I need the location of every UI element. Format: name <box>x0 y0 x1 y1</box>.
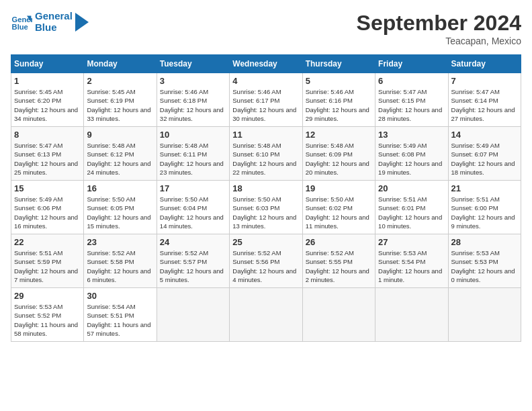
location: Teacapan, Mexico <box>357 36 521 46</box>
day-number: 4 <box>232 76 299 86</box>
logo: General Blue General Blue <box>11 11 89 33</box>
calendar-cell: 7Sunrise: 5:47 AMSunset: 6:14 PMDaylight… <box>448 73 521 127</box>
calendar-cell: 16Sunrise: 5:50 AMSunset: 6:05 PMDayligh… <box>84 181 157 234</box>
calendar-week-3: 15Sunrise: 5:49 AMSunset: 6:06 PMDayligh… <box>11 181 521 234</box>
day-number: 6 <box>378 76 445 86</box>
col-header-saturday: Saturday <box>448 55 521 73</box>
col-header-sunday: Sunday <box>11 55 84 73</box>
day-number: 3 <box>160 76 226 86</box>
col-header-monday: Monday <box>84 55 157 73</box>
day-number: 15 <box>14 183 81 193</box>
calendar-cell: 27Sunrise: 5:53 AMSunset: 5:54 PMDayligh… <box>375 234 448 288</box>
day-number: 14 <box>451 130 518 140</box>
calendar-cell: 19Sunrise: 5:50 AMSunset: 6:02 PMDayligh… <box>302 181 375 234</box>
col-header-wednesday: Wednesday <box>230 55 302 73</box>
day-number: 25 <box>232 237 299 247</box>
calendar-body: 1Sunrise: 5:45 AMSunset: 6:20 PMDaylight… <box>11 73 521 342</box>
day-info: Sunrise: 5:52 AMSunset: 5:58 PMDaylight:… <box>87 248 153 284</box>
calendar-cell: 4Sunrise: 5:46 AMSunset: 6:17 PMDaylight… <box>230 73 302 127</box>
day-info: Sunrise: 5:50 AMSunset: 6:03 PMDaylight:… <box>232 195 299 230</box>
day-number: 20 <box>378 183 445 193</box>
calendar-cell: 3Sunrise: 5:46 AMSunset: 6:18 PMDaylight… <box>157 73 229 127</box>
calendar-cell: 22Sunrise: 5:51 AMSunset: 5:59 PMDayligh… <box>11 234 84 288</box>
calendar-cell: 29Sunrise: 5:53 AMSunset: 5:52 PMDayligh… <box>11 288 84 342</box>
calendar-cell: 18Sunrise: 5:50 AMSunset: 6:03 PMDayligh… <box>230 181 302 234</box>
day-info: Sunrise: 5:48 AMSunset: 6:11 PMDaylight:… <box>160 141 226 177</box>
day-info: Sunrise: 5:52 AMSunset: 5:57 PMDaylight:… <box>160 248 226 284</box>
day-info: Sunrise: 5:54 AMSunset: 5:51 PMDaylight:… <box>87 302 153 338</box>
day-info: Sunrise: 5:47 AMSunset: 6:14 PMDaylight:… <box>451 87 518 123</box>
month-title: September 2024 <box>357 11 521 36</box>
day-number: 5 <box>306 76 372 86</box>
calendar-cell: 1Sunrise: 5:45 AMSunset: 6:20 PMDaylight… <box>11 73 84 127</box>
calendar-cell: 11Sunrise: 5:48 AMSunset: 6:10 PMDayligh… <box>230 127 302 181</box>
day-info: Sunrise: 5:47 AMSunset: 6:13 PMDaylight:… <box>14 141 81 177</box>
day-number: 28 <box>451 237 518 247</box>
day-number: 7 <box>451 76 518 86</box>
day-info: Sunrise: 5:46 AMSunset: 6:18 PMDaylight:… <box>160 87 226 123</box>
col-header-friday: Friday <box>375 55 448 73</box>
calendar-cell: 30Sunrise: 5:54 AMSunset: 5:51 PMDayligh… <box>84 288 157 342</box>
day-info: Sunrise: 5:53 AMSunset: 5:52 PMDaylight:… <box>14 302 81 338</box>
calendar-week-2: 8Sunrise: 5:47 AMSunset: 6:13 PMDaylight… <box>11 127 521 181</box>
calendar-cell: 26Sunrise: 5:52 AMSunset: 5:55 PMDayligh… <box>302 234 375 288</box>
calendar-cell <box>230 288 302 342</box>
calendar-cell: 6Sunrise: 5:47 AMSunset: 6:15 PMDaylight… <box>375 73 448 127</box>
calendar-cell: 25Sunrise: 5:52 AMSunset: 5:56 PMDayligh… <box>230 234 302 288</box>
day-info: Sunrise: 5:46 AMSunset: 6:16 PMDaylight:… <box>306 87 372 123</box>
day-number: 18 <box>232 183 299 193</box>
calendar-cell: 8Sunrise: 5:47 AMSunset: 6:13 PMDaylight… <box>11 127 84 181</box>
page-header: General Blue General Blue September 2024… <box>11 11 521 46</box>
svg-text:Blue: Blue <box>12 23 28 31</box>
calendar-week-1: 1Sunrise: 5:45 AMSunset: 6:20 PMDaylight… <box>11 73 521 127</box>
day-info: Sunrise: 5:49 AMSunset: 6:08 PMDaylight:… <box>378 141 445 177</box>
calendar-cell <box>448 288 521 342</box>
calendar-cell: 2Sunrise: 5:45 AMSunset: 6:19 PMDaylight… <box>84 73 157 127</box>
day-number: 11 <box>232 130 299 140</box>
day-info: Sunrise: 5:45 AMSunset: 6:20 PMDaylight:… <box>14 87 81 123</box>
calendar-cell: 24Sunrise: 5:52 AMSunset: 5:57 PMDayligh… <box>157 234 229 288</box>
calendar-table: SundayMondayTuesdayWednesdayThursdayFrid… <box>11 54 521 342</box>
day-info: Sunrise: 5:48 AMSunset: 6:10 PMDaylight:… <box>232 141 299 177</box>
day-info: Sunrise: 5:47 AMSunset: 6:15 PMDaylight:… <box>378 87 445 123</box>
logo-icon: General Blue <box>11 11 32 33</box>
logo-triangle-icon <box>75 13 89 32</box>
day-number: 2 <box>87 76 153 86</box>
day-info: Sunrise: 5:50 AMSunset: 6:04 PMDaylight:… <box>160 195 226 230</box>
day-info: Sunrise: 5:46 AMSunset: 6:17 PMDaylight:… <box>232 87 299 123</box>
day-number: 16 <box>87 183 153 193</box>
title-area: September 2024 Teacapan, Mexico <box>357 11 521 46</box>
day-number: 22 <box>14 237 81 247</box>
day-info: Sunrise: 5:50 AMSunset: 6:05 PMDaylight:… <box>87 195 153 230</box>
calendar-cell: 14Sunrise: 5:49 AMSunset: 6:07 PMDayligh… <box>448 127 521 181</box>
day-info: Sunrise: 5:49 AMSunset: 6:06 PMDaylight:… <box>14 195 81 230</box>
calendar-cell: 12Sunrise: 5:48 AMSunset: 6:09 PMDayligh… <box>302 127 375 181</box>
day-info: Sunrise: 5:51 AMSunset: 6:00 PMDaylight:… <box>451 195 518 230</box>
day-number: 24 <box>160 237 226 247</box>
day-info: Sunrise: 5:53 AMSunset: 5:54 PMDaylight:… <box>378 248 445 284</box>
calendar-cell: 28Sunrise: 5:53 AMSunset: 5:53 PMDayligh… <box>448 234 521 288</box>
calendar-cell: 5Sunrise: 5:46 AMSunset: 6:16 PMDaylight… <box>302 73 375 127</box>
day-info: Sunrise: 5:48 AMSunset: 6:12 PMDaylight:… <box>87 141 153 177</box>
calendar-cell <box>375 288 448 342</box>
day-number: 26 <box>306 237 372 247</box>
calendar-cell <box>157 288 229 342</box>
day-number: 10 <box>160 130 226 140</box>
day-number: 13 <box>378 130 445 140</box>
day-number: 29 <box>14 291 81 301</box>
calendar-cell: 9Sunrise: 5:48 AMSunset: 6:12 PMDaylight… <box>84 127 157 181</box>
calendar-cell: 13Sunrise: 5:49 AMSunset: 6:08 PMDayligh… <box>375 127 448 181</box>
day-number: 12 <box>306 130 372 140</box>
day-info: Sunrise: 5:53 AMSunset: 5:53 PMDaylight:… <box>451 248 518 284</box>
day-number: 21 <box>451 183 518 193</box>
calendar-cell: 15Sunrise: 5:49 AMSunset: 6:06 PMDayligh… <box>11 181 84 234</box>
calendar-cell <box>302 288 375 342</box>
svg-marker-3 <box>75 13 89 32</box>
day-number: 30 <box>87 291 153 301</box>
day-info: Sunrise: 5:49 AMSunset: 6:07 PMDaylight:… <box>451 141 518 177</box>
calendar-cell: 17Sunrise: 5:50 AMSunset: 6:04 PMDayligh… <box>157 181 229 234</box>
day-number: 8 <box>14 130 81 140</box>
calendar-cell: 21Sunrise: 5:51 AMSunset: 6:00 PMDayligh… <box>448 181 521 234</box>
day-info: Sunrise: 5:50 AMSunset: 6:02 PMDaylight:… <box>306 195 372 230</box>
calendar-cell: 20Sunrise: 5:51 AMSunset: 6:01 PMDayligh… <box>375 181 448 234</box>
